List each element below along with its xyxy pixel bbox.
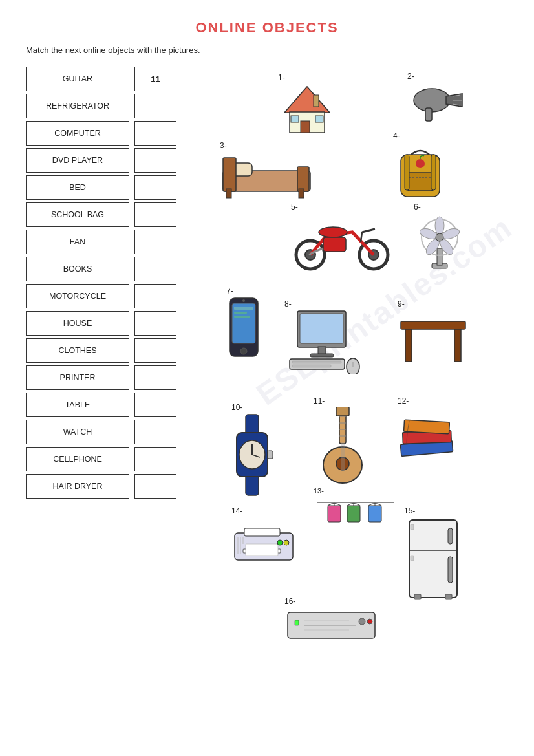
answer-input-box[interactable] — [134, 365, 176, 390]
answer-input-box[interactable]: 11 — [134, 67, 176, 91]
svg-rect-60 — [454, 329, 461, 362]
svg-rect-58 — [401, 321, 465, 329]
pic-11-guitar: 11- — [314, 396, 372, 484]
svg-rect-19 — [406, 173, 434, 191]
pic-9-table: 9- — [398, 299, 469, 365]
svg-point-95 — [277, 540, 283, 545]
svg-point-96 — [284, 540, 289, 545]
svg-rect-90 — [368, 506, 381, 522]
svg-rect-34 — [437, 248, 442, 265]
word-label: REFRIGERATOR — [26, 94, 129, 118]
pic-2-hair-dryer: 2- — [407, 72, 465, 124]
pic-1-house: 1- — [278, 73, 336, 135]
word-row: COMPUTER — [26, 121, 213, 146]
svg-rect-51 — [318, 347, 326, 354]
answer-input-box[interactable] — [134, 474, 176, 499]
word-label: CLOTHES — [26, 338, 129, 363]
word-label: BED — [26, 175, 129, 200]
word-row: CELLPHONE — [26, 447, 213, 471]
word-label: SCHOOL BAG — [26, 202, 129, 227]
svg-marker-0 — [284, 87, 330, 113]
svg-rect-22 — [431, 155, 436, 190]
answer-input-box[interactable] — [134, 393, 176, 417]
pic-10-watch: 10- — [231, 403, 273, 497]
svg-rect-8 — [425, 108, 432, 121]
answer-input-box[interactable] — [134, 311, 176, 336]
svg-rect-106 — [414, 594, 421, 599]
svg-rect-50 — [300, 314, 343, 343]
svg-rect-112 — [295, 620, 299, 625]
word-row: SCHOOL BAG — [26, 202, 213, 227]
svg-rect-92 — [244, 528, 280, 536]
word-row: HOUSE — [26, 311, 213, 336]
svg-rect-2 — [301, 121, 310, 133]
svg-point-48 — [242, 299, 245, 302]
svg-rect-62 — [246, 475, 259, 495]
pic-16-dvd-player: 16- — [284, 597, 378, 643]
word-row: BOOKS — [26, 257, 213, 281]
pic-3-bed: 3- — [220, 141, 314, 203]
word-row: CLOTHES — [26, 338, 213, 363]
svg-rect-78 — [336, 407, 349, 416]
svg-rect-45 — [234, 312, 247, 314]
word-label: CELLPHONE — [26, 447, 129, 471]
picture-area: ESLprintables.com 1- — [213, 67, 508, 649]
answer-input-box[interactable] — [134, 230, 176, 254]
svg-rect-104 — [411, 524, 414, 530]
answer-input-box[interactable] — [134, 420, 176, 444]
svg-rect-88 — [347, 506, 360, 522]
svg-rect-102 — [448, 528, 453, 544]
word-row: BED — [26, 175, 213, 200]
word-row: FAN — [26, 230, 213, 254]
word-label: DVD PLAYER — [26, 148, 129, 173]
word-row: REFRIGERATOR — [26, 94, 213, 118]
answer-input-box[interactable] — [134, 447, 176, 471]
svg-rect-81 — [404, 420, 450, 434]
svg-rect-52 — [310, 354, 334, 357]
answer-input-box[interactable] — [134, 338, 176, 363]
word-row: MOTORCYCLE — [26, 284, 213, 308]
svg-rect-21 — [405, 155, 409, 190]
answer-input-box[interactable] — [134, 257, 176, 281]
svg-rect-86 — [328, 506, 341, 522]
pic-12-books: 12- — [398, 396, 459, 462]
pic-4-school-bag: 4- — [393, 131, 448, 203]
main-layout: GUITAR11REFRIGERATORCOMPUTERDVD PLAYERBE… — [26, 67, 508, 649]
svg-rect-53 — [290, 359, 345, 369]
svg-rect-54 — [292, 361, 341, 363]
instructions: Match the next online objects with the p… — [26, 45, 508, 55]
svg-point-111 — [367, 619, 372, 624]
svg-rect-46 — [234, 316, 250, 318]
word-row: DVD PLAYER — [26, 148, 213, 173]
svg-rect-59 — [405, 329, 412, 362]
word-row: WATCH — [26, 420, 213, 444]
word-label: WATCH — [26, 420, 129, 444]
svg-point-29 — [319, 227, 347, 237]
svg-rect-4 — [315, 116, 323, 122]
svg-point-36 — [435, 217, 444, 235]
word-label: HOUSE — [26, 311, 129, 336]
answer-input-box[interactable] — [134, 121, 176, 146]
svg-rect-67 — [268, 451, 273, 459]
answer-input-box[interactable] — [134, 202, 176, 227]
word-row: GUITAR11 — [26, 67, 213, 91]
word-label: MOTORCYCLE — [26, 284, 129, 308]
page: ONLINE OBJECTS Match the next online obj… — [0, 0, 534, 756]
word-label: PRINTER — [26, 365, 129, 390]
svg-rect-94 — [246, 544, 278, 556]
svg-point-110 — [359, 618, 365, 625]
answer-input-box[interactable] — [134, 148, 176, 173]
word-label: FAN — [26, 230, 129, 254]
svg-rect-3 — [291, 116, 299, 122]
pic-14-printer: 14- — [231, 506, 296, 568]
pic-7-cellphone: 7- — [226, 286, 262, 358]
word-label: GUITAR — [26, 67, 129, 91]
pic-8-computer: 8- — [284, 299, 362, 374]
answer-input-box[interactable] — [134, 94, 176, 118]
answer-input-box[interactable] — [134, 284, 176, 308]
svg-rect-55 — [292, 365, 331, 367]
word-row: TABLE — [26, 393, 213, 417]
svg-point-23 — [416, 159, 425, 168]
svg-rect-30 — [323, 237, 346, 252]
answer-input-box[interactable] — [134, 175, 176, 200]
